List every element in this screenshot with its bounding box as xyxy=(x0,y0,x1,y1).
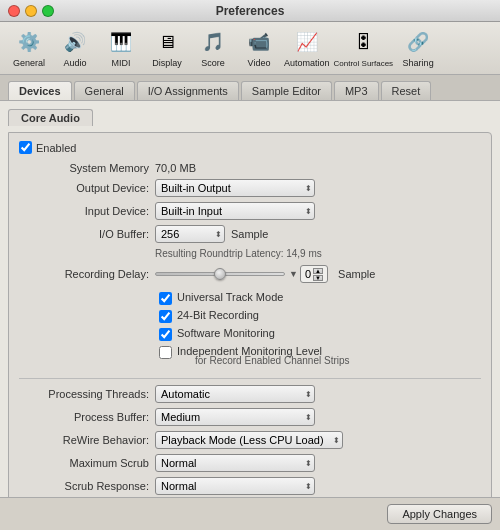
step-down-button[interactable]: ▼ xyxy=(313,275,323,281)
bit24-row: 24-Bit Recording xyxy=(159,309,481,323)
io-buffer-wrapper: 256 ⬍ xyxy=(155,225,225,243)
slider-container: ▼ 0 ▲ ▼ Sample xyxy=(155,265,375,283)
independent-monitoring-sublabel: for Record Enabled Channel Strips xyxy=(195,355,350,366)
display-icon: 🖥 xyxy=(151,28,183,56)
general-icon: ⚙️ xyxy=(13,28,45,56)
processing-threads-label: Processing Threads: xyxy=(19,388,149,400)
preferences-window: Preferences ⚙️ General 🔊 Audio 🎹 MIDI 🖥 … xyxy=(0,0,500,530)
scrub-response-label: Scrub Response: xyxy=(19,480,149,492)
io-buffer-select[interactable]: 256 xyxy=(155,225,225,243)
maximize-button[interactable] xyxy=(42,5,54,17)
toolbar-item-control-surfaces[interactable]: 🎛 Control Surfaces xyxy=(334,29,394,68)
bit24-checkbox[interactable] xyxy=(159,310,172,323)
audio-icon: 🔊 xyxy=(59,28,91,56)
rewire-label: ReWire Behavior: xyxy=(19,434,149,446)
tab-reset[interactable]: Reset xyxy=(381,81,432,100)
titlebar: Preferences xyxy=(0,0,500,22)
step-up-button[interactable]: ▲ xyxy=(313,268,323,274)
toolbar: ⚙️ General 🔊 Audio 🎹 MIDI 🖥 Display 🎵 Sc… xyxy=(0,22,500,75)
toolbar-item-audio[interactable]: 🔊 Audio xyxy=(54,28,96,68)
software-monitoring-checkbox[interactable] xyxy=(159,328,172,341)
tab-devices[interactable]: Devices xyxy=(8,81,72,100)
toolbar-label-audio: Audio xyxy=(63,58,86,68)
toolbar-label-control-surfaces: Control Surfaces xyxy=(334,59,394,68)
buffer-unit-label: Sample xyxy=(231,228,268,240)
system-memory-row: System Memory 70,0 MB xyxy=(19,162,481,174)
output-device-select[interactable]: Built-in Output xyxy=(155,179,315,197)
toolbar-label-general: General xyxy=(13,58,45,68)
recording-delay-value: 0 xyxy=(305,268,311,280)
toolbar-item-video[interactable]: 📹 Video xyxy=(238,28,280,68)
processing-threads-wrapper: Automatic ⬍ xyxy=(155,385,315,403)
recording-delay-unit: Sample xyxy=(338,268,375,280)
independent-monitoring-checkbox[interactable] xyxy=(159,346,172,359)
scrub-response-select[interactable]: Normal xyxy=(155,477,315,495)
software-monitoring-label: Software Monitoring xyxy=(177,327,275,339)
rewire-wrapper: Playback Mode (Less CPU Load) ⬍ xyxy=(155,431,343,449)
top-tab-bar: Devices General I/O Assignments Sample E… xyxy=(0,75,500,101)
input-device-select[interactable]: Built-in Input xyxy=(155,202,315,220)
close-button[interactable] xyxy=(8,5,20,17)
enabled-label: Enabled xyxy=(36,142,76,154)
universal-track-checkbox[interactable] xyxy=(159,292,172,305)
minimize-button[interactable] xyxy=(25,5,37,17)
max-scrub-row: Maximum Scrub Normal ⬍ xyxy=(19,454,481,472)
automation-icon: 📈 xyxy=(291,28,323,56)
process-buffer-select[interactable]: Medium xyxy=(155,408,315,426)
process-buffer-wrapper: Medium ⬍ xyxy=(155,408,315,426)
recording-delay-stepper: ▲ ▼ xyxy=(313,268,323,281)
divider xyxy=(19,378,481,379)
independent-monitoring-text-group: Independent Monitoring Level for Record … xyxy=(177,345,350,370)
system-memory-value: 70,0 MB xyxy=(155,162,196,174)
scrub-response-wrapper: Normal ⬍ xyxy=(155,477,315,495)
output-device-row: Output Device: Built-in Output ⬍ xyxy=(19,179,481,197)
rewire-select[interactable]: Playback Mode (Less CPU Load) xyxy=(155,431,343,449)
recording-delay-row: Recording Delay: ▼ 0 ▲ ▼ Sample xyxy=(19,265,481,283)
toolbar-item-automation[interactable]: 📈 Automation xyxy=(284,28,330,68)
software-monitoring-row: Software Monitoring xyxy=(159,327,481,341)
io-buffer-row: I/O Buffer: 256 ⬍ Sample xyxy=(19,225,481,243)
control-surfaces-icon: 🎛 xyxy=(347,29,379,57)
toolbar-label-midi: MIDI xyxy=(112,58,131,68)
core-audio-panel: Enabled System Memory 70,0 MB Output Dev… xyxy=(8,132,492,497)
latency-text: Resulting Roundtrip Latency: 14,9 ms xyxy=(155,248,481,259)
score-icon: 🎵 xyxy=(197,28,229,56)
rewire-row: ReWire Behavior: Playback Mode (Less CPU… xyxy=(19,431,481,449)
titlebar-buttons xyxy=(8,5,54,17)
tab-io-assignments[interactable]: I/O Assignments xyxy=(137,81,239,100)
sharing-icon: 🔗 xyxy=(402,28,434,56)
output-device-label: Output Device: xyxy=(19,182,149,194)
tab-sample-editor[interactable]: Sample Editor xyxy=(241,81,332,100)
max-scrub-wrapper: Normal ⬍ xyxy=(155,454,315,472)
toolbar-item-midi[interactable]: 🎹 MIDI xyxy=(100,28,142,68)
max-scrub-select[interactable]: Normal xyxy=(155,454,315,472)
apply-changes-row: Apply Changes xyxy=(0,497,500,530)
processing-threads-select[interactable]: Automatic xyxy=(155,385,315,403)
recording-delay-label: Recording Delay: xyxy=(19,268,149,280)
toolbar-item-display[interactable]: 🖥 Display xyxy=(146,28,188,68)
toolbar-label-video: Video xyxy=(248,58,271,68)
toolbar-label-sharing: Sharing xyxy=(403,58,434,68)
enabled-checkbox[interactable] xyxy=(19,141,32,154)
inner-tab-bar: Core Audio xyxy=(8,109,492,126)
dropdown-arrow-icon: ▼ xyxy=(289,269,298,279)
processing-threads-row: Processing Threads: Automatic ⬍ xyxy=(19,385,481,403)
apply-changes-button[interactable]: Apply Changes xyxy=(387,504,492,524)
enabled-row: Enabled xyxy=(19,141,481,154)
tab-core-audio[interactable]: Core Audio xyxy=(8,109,93,126)
tab-mp3[interactable]: MP3 xyxy=(334,81,379,100)
process-buffer-row: Process Buffer: Medium ⬍ xyxy=(19,408,481,426)
independent-monitoring-row: Independent Monitoring Level for Record … xyxy=(159,345,481,370)
toolbar-label-score: Score xyxy=(201,58,225,68)
scrub-response-row: Scrub Response: Normal ⬍ xyxy=(19,477,481,495)
window-title: Preferences xyxy=(216,4,285,18)
toolbar-item-sharing[interactable]: 🔗 Sharing xyxy=(397,28,439,68)
toolbar-item-general[interactable]: ⚙️ General xyxy=(8,28,50,68)
recording-delay-value-group: ▼ 0 ▲ ▼ xyxy=(289,265,328,283)
input-device-wrapper: Built-in Input ⬍ xyxy=(155,202,315,220)
bit24-label: 24-Bit Recording xyxy=(177,309,259,321)
universal-track-row: Universal Track Mode xyxy=(159,291,481,305)
tab-general[interactable]: General xyxy=(74,81,135,100)
toolbar-item-score[interactable]: 🎵 Score xyxy=(192,28,234,68)
recording-delay-slider[interactable] xyxy=(155,272,285,276)
